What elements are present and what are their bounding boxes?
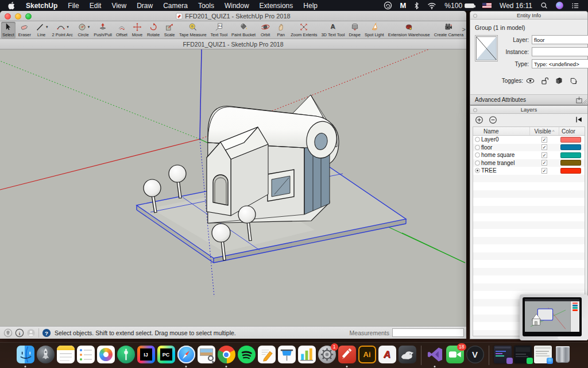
menu-sketchup[interactable]: SketchUp <box>21 0 63 11</box>
geolocation-icon[interactable] <box>3 328 13 338</box>
tool-select[interactable]: Select <box>1 22 16 39</box>
visibility-checkbox[interactable]: ✓ <box>541 137 547 143</box>
menu-file[interactable]: File <box>63 0 84 11</box>
tool-3d-text-tool[interactable]: AA3D Text Tool <box>320 22 346 39</box>
dock-item-spotify[interactable] <box>237 345 256 366</box>
zoom-window-button[interactable] <box>25 13 32 20</box>
credits-info-icon[interactable]: i <box>15 328 24 338</box>
layers-table-header[interactable]: Name Visible^ Color <box>473 127 585 136</box>
cast-shadows-icon[interactable] <box>569 76 578 85</box>
column-visible[interactable]: Visible^ <box>529 127 559 135</box>
toolbar-overflow-chevron[interactable]: > <box>462 26 466 33</box>
dock-item-system-preferences[interactable]: 1 <box>318 345 336 366</box>
tool-2-point-arc[interactable]: ▾2 Point Arc <box>51 22 74 39</box>
type-dropdown[interactable]: Type: <undefined> <box>532 59 588 68</box>
dock-item-pages[interactable] <box>257 345 276 366</box>
layer-color-swatch[interactable] <box>560 160 581 166</box>
creative-cloud-icon[interactable] <box>380 0 396 11</box>
dock-item-safari[interactable] <box>177 345 196 366</box>
receive-shadows-icon[interactable] <box>555 76 563 85</box>
visibility-checkbox[interactable]: ✓ <box>541 168 547 174</box>
window-title-bar[interactable]: FFD201_QUIZ1 - SketchUp Pro 2018 <box>0 11 466 21</box>
tool-scale[interactable]: Scale <box>163 22 176 39</box>
dock-item-numbers[interactable] <box>297 345 316 366</box>
menu-tools[interactable]: Tools <box>193 0 219 11</box>
siri-icon[interactable] <box>552 0 567 11</box>
us-flag-icon[interactable] <box>478 0 496 11</box>
dock-item-minimized-window-vs[interactable] <box>493 345 512 366</box>
menu-help[interactable]: Help <box>298 0 323 11</box>
apple-menu-icon[interactable] <box>0 2 21 10</box>
layer-row-floor[interactable]: floor✓ <box>473 144 585 152</box>
dock-item-visual-studio[interactable] <box>425 345 444 366</box>
dock-item-launchpad[interactable] <box>36 345 55 366</box>
dock-item-autocad[interactable]: A <box>378 345 397 366</box>
layers-header[interactable]: Layers <box>470 106 587 114</box>
layer-color-swatch[interactable] <box>560 137 581 143</box>
tool-extension-warehouse[interactable]: Extension Warehouse <box>387 22 431 39</box>
wifi-icon[interactable] <box>423 0 440 11</box>
dropdown-arrow-icon[interactable]: ▾ <box>46 25 48 29</box>
layer-current-radio[interactable] <box>475 145 480 150</box>
dock-item-chrome[interactable] <box>217 345 236 366</box>
dock-item-finder[interactable] <box>16 345 35 366</box>
battery-indicator[interactable]: %100 <box>440 0 478 11</box>
remove-layer-button[interactable] <box>489 116 497 124</box>
layer-row-home-square[interactable]: home square✓ <box>473 151 585 159</box>
unlock-icon[interactable] <box>540 76 549 85</box>
tool-create-camera[interactable]: Create Camera <box>433 22 465 39</box>
panel-close-button[interactable] <box>473 14 477 18</box>
tool-drape[interactable]: Drape <box>347 22 361 39</box>
menu-view[interactable]: View <box>106 0 131 11</box>
dock-item-rhino[interactable] <box>398 345 417 366</box>
layer-current-radio[interactable] <box>475 168 480 173</box>
dock-item-trash[interactable] <box>554 345 572 366</box>
dropdown-arrow-icon[interactable]: ▾ <box>88 25 90 29</box>
layer-dropdown[interactable]: floor <box>532 35 588 44</box>
tool-text-tool[interactable]: A1Text Tool <box>210 22 229 39</box>
menu-camera[interactable]: Camera <box>158 0 193 11</box>
dock-item-android-studio[interactable] <box>117 345 136 366</box>
layer-current-radio[interactable] <box>475 137 480 142</box>
viewport-3d-scene[interactable] <box>0 49 466 326</box>
menu-edit[interactable]: Edit <box>84 0 107 11</box>
help-icon[interactable]: ? <box>42 328 51 338</box>
dock-item-illustrator[interactable]: Ai <box>358 345 377 366</box>
tool-rotate[interactable]: Rotate <box>146 22 161 39</box>
tool-move[interactable]: Move <box>130 22 144 39</box>
tool-zoom-extents[interactable]: Zoom Extents <box>289 22 318 39</box>
tool-offset[interactable]: Offset <box>115 22 129 39</box>
layer-current-radio[interactable] <box>475 160 480 166</box>
menu-window[interactable]: Window <box>219 0 254 11</box>
minimize-window-button[interactable] <box>15 13 21 20</box>
dropdown-arrow-icon[interactable]: ▾ <box>67 25 69 29</box>
dock-item-notes[interactable] <box>56 345 75 366</box>
spotlight-search-icon[interactable] <box>536 0 552 11</box>
column-name[interactable]: Name <box>482 128 529 135</box>
tool-tape-measure[interactable]: Tape Measure <box>178 22 208 39</box>
close-window-button[interactable] <box>5 13 11 20</box>
menu-clock[interactable]: Wed 16:11 <box>496 0 536 11</box>
dock-item-vray[interactable]: V <box>466 345 485 366</box>
layer-color-swatch[interactable] <box>560 144 581 150</box>
menu-draw[interactable]: Draw <box>131 0 158 11</box>
layer-color-swatch[interactable] <box>560 152 581 158</box>
dock-item-minimized-window-safari[interactable] <box>533 345 552 366</box>
layer-current-radio[interactable] <box>475 152 480 158</box>
layer-row-tree[interactable]: TREE✓ <box>473 167 585 175</box>
visibility-eye-icon[interactable] <box>526 76 535 85</box>
tool-push-pull[interactable]: Push/Pull <box>92 22 113 39</box>
dock-item-photos[interactable] <box>96 345 115 366</box>
dock-item-reminders[interactable] <box>76 345 95 366</box>
column-color[interactable]: Color <box>559 128 585 135</box>
add-layer-button[interactable] <box>475 116 483 124</box>
tool-orbit[interactable]: Orbit <box>258 22 272 39</box>
dock-item-pycharm[interactable]: PC <box>157 345 176 366</box>
malwarebytes-icon[interactable]: M <box>396 0 411 11</box>
measurements-input[interactable] <box>392 328 464 337</box>
tool-pan[interactable]: Pan <box>274 22 288 39</box>
dock-item-preview[interactable] <box>197 345 216 366</box>
tool-circle[interactable]: ▾Circle <box>76 22 91 39</box>
tool-line[interactable]: ▾Line <box>34 22 49 39</box>
entity-info-header[interactable]: Entity Info <box>470 12 587 20</box>
